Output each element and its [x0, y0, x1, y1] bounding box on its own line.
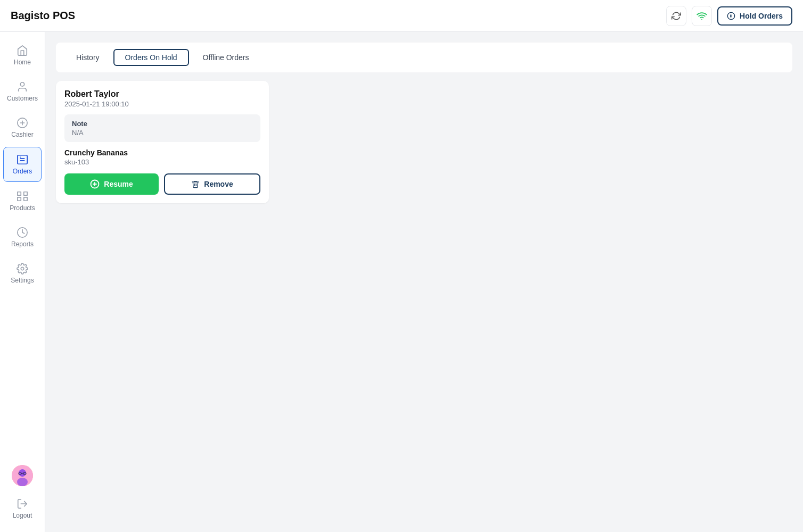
sidebar-item-reports-label: Reports	[11, 240, 34, 248]
svg-rect-13	[24, 192, 27, 195]
note-value: N/A	[72, 129, 253, 137]
sidebar-item-reports[interactable]: Reports	[3, 220, 42, 254]
refresh-icon	[671, 11, 681, 21]
svg-point-17	[21, 267, 24, 270]
svg-rect-15	[18, 197, 21, 201]
trash-icon	[191, 180, 200, 188]
customers-icon	[17, 81, 28, 93]
tabs-bar: History Orders On Hold Offline Orders	[56, 43, 792, 72]
main-content: History Orders On Hold Offline Orders Ro…	[45, 32, 803, 532]
order-date: 2025-01-21 19:00:10	[64, 100, 260, 108]
remove-button[interactable]: Remove	[164, 173, 260, 195]
logout-icon	[17, 498, 28, 510]
hold-orders-icon	[727, 12, 735, 20]
hold-orders-button[interactable]: Hold Orders	[717, 6, 792, 26]
order-card: Robert Taylor 2025-01-21 19:00:10 Note N…	[56, 81, 269, 203]
sidebar-item-logout[interactable]: Logout	[3, 492, 42, 526]
sidebar-bottom: Logout	[0, 461, 45, 532]
orders-icon	[17, 154, 28, 165]
tab-offline-orders[interactable]: Offline Orders	[191, 49, 261, 66]
sidebar-item-settings-label: Settings	[11, 277, 34, 284]
resume-label: Resume	[104, 180, 133, 188]
wifi-button[interactable]	[692, 6, 712, 26]
sidebar-item-customers[interactable]: Customers	[3, 74, 42, 109]
sidebar-item-cashier-label: Cashier	[11, 131, 33, 138]
svg-rect-14	[24, 197, 27, 201]
svg-rect-12	[18, 192, 21, 195]
sidebar-item-home-label: Home	[14, 59, 31, 66]
svg-point-19	[19, 469, 26, 477]
avatar-icon	[12, 465, 33, 486]
resume-icon	[90, 179, 100, 189]
app-title: Bagisto POS	[11, 10, 75, 22]
header: Bagisto POS Hold Orders	[0, 0, 803, 32]
sidebar-item-orders[interactable]: Orders	[3, 147, 42, 182]
cashier-icon	[17, 117, 28, 129]
order-customer-name: Robert Taylor	[64, 89, 260, 99]
sidebar-item-customers-label: Customers	[7, 95, 38, 102]
resume-button[interactable]: Resume	[64, 173, 159, 195]
refresh-button[interactable]	[666, 6, 686, 26]
reports-icon	[17, 227, 28, 238]
products-icon	[17, 190, 28, 202]
avatar[interactable]	[12, 465, 33, 486]
hold-orders-label: Hold Orders	[740, 12, 783, 20]
sidebar-item-cashier[interactable]: Cashier	[3, 111, 42, 145]
sidebar-item-products[interactable]: Products	[3, 184, 42, 218]
sidebar-item-settings[interactable]: Settings	[3, 256, 42, 290]
product-sku: sku-103	[64, 158, 260, 166]
sidebar-item-products-label: Products	[10, 204, 35, 212]
header-actions: Hold Orders	[666, 6, 792, 26]
sidebar-item-logout-label: Logout	[13, 512, 32, 519]
wifi-icon	[697, 11, 707, 21]
note-box: Note N/A	[64, 114, 260, 142]
tab-orders-on-hold[interactable]: Orders On Hold	[113, 49, 189, 66]
svg-rect-8	[18, 155, 27, 164]
product-name: Crunchy Bananas	[64, 148, 260, 157]
sidebar-item-home[interactable]: Home	[3, 38, 42, 72]
svg-point-4	[20, 82, 24, 86]
svg-point-1	[727, 12, 734, 19]
sidebar-item-orders-label: Orders	[13, 168, 32, 175]
layout: Home Customers Cashier	[0, 32, 803, 532]
settings-icon	[17, 263, 28, 275]
sidebar: Home Customers Cashier	[0, 32, 45, 532]
home-icon	[17, 45, 28, 56]
svg-point-20	[17, 478, 28, 486]
tab-history[interactable]: History	[64, 49, 111, 66]
remove-label: Remove	[204, 180, 233, 188]
card-actions: Resume Remove	[64, 173, 260, 195]
note-label: Note	[72, 120, 253, 128]
